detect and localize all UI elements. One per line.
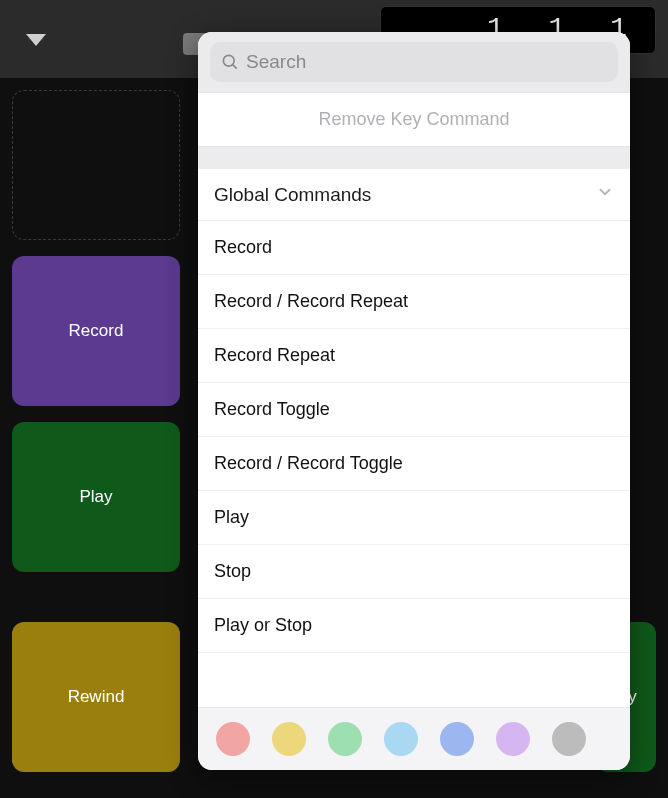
tile-label: Play	[79, 487, 112, 507]
search-input[interactable]	[246, 51, 608, 73]
color-swatch[interactable]	[552, 722, 586, 756]
command-row[interactable]: Record	[198, 221, 630, 275]
tile-label: Rewind	[68, 687, 125, 707]
command-row[interactable]: Record / Record Toggle	[198, 437, 630, 491]
color-swatch-strip	[198, 707, 630, 770]
tile-label: Record	[69, 321, 124, 341]
tile-record[interactable]: Record	[12, 256, 180, 406]
empty-slot[interactable]	[12, 90, 180, 240]
remove-key-command[interactable]: Remove Key Command	[198, 92, 630, 147]
color-swatch[interactable]	[216, 722, 250, 756]
color-swatch[interactable]	[384, 722, 418, 756]
color-swatch[interactable]	[440, 722, 474, 756]
command-popover: Remove Key Command Global Commands Recor…	[198, 32, 630, 770]
command-row[interactable]: Stop	[198, 545, 630, 599]
color-swatch[interactable]	[328, 722, 362, 756]
color-swatch[interactable]	[496, 722, 530, 756]
tile-play[interactable]: Play	[12, 422, 180, 572]
remove-label: Remove Key Command	[318, 109, 509, 129]
search-icon	[220, 52, 240, 72]
svg-line-1	[233, 65, 237, 69]
command-row[interactable]: Record Repeat	[198, 329, 630, 383]
search-field[interactable]	[210, 42, 618, 82]
command-row[interactable]: Record Toggle	[198, 383, 630, 437]
section-title: Global Commands	[214, 184, 371, 206]
section-header-global[interactable]: Global Commands	[198, 169, 630, 221]
view-menu-arrow[interactable]	[26, 34, 46, 46]
command-row[interactable]: Record / Record Repeat	[198, 275, 630, 329]
section-spacer	[198, 147, 630, 169]
command-row[interactable]: Play or Stop	[198, 599, 630, 653]
svg-point-0	[223, 55, 234, 66]
command-list: RecordRecord / Record RepeatRecord Repea…	[198, 221, 630, 707]
command-row[interactable]: Play	[198, 491, 630, 545]
color-swatch[interactable]	[272, 722, 306, 756]
chevron-down-icon	[596, 183, 614, 206]
tile-rewind[interactable]: Rewind	[12, 622, 180, 772]
